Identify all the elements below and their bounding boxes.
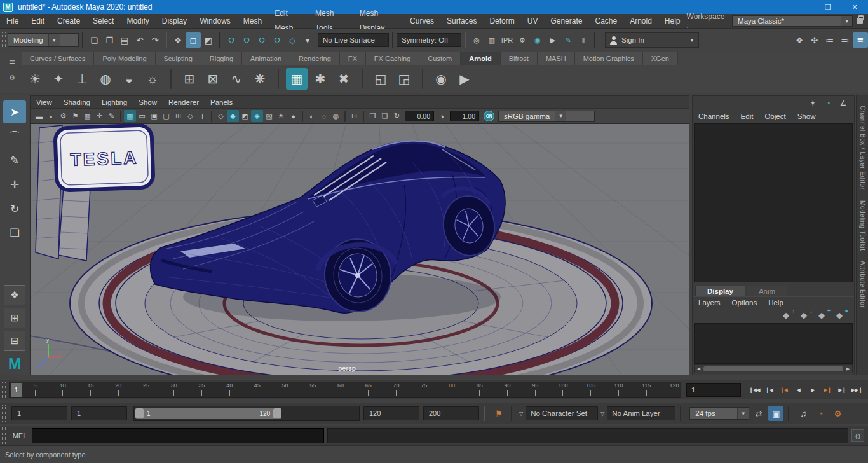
group-separator[interactable] [465,32,466,48]
menu-item[interactable]: Display [156,14,193,29]
animation-start-field[interactable]: 1 [11,406,67,420]
layer-move-down-icon[interactable]: ◆ ↓ [801,310,812,321]
horizontal-scrollbar[interactable]: ◀ ▶ [694,364,853,373]
character-set-field[interactable]: No Character Set [526,406,598,420]
shelf-tab[interactable]: Animation [242,52,290,65]
next-frame-button[interactable]: ▶❙ [820,383,834,397]
arnold-light-group-icon[interactable]: ◱ [370,68,391,90]
drag-handle[interactable] [2,405,6,422]
gamma-dropdown[interactable]: sRGB gamma ▼ [498,111,595,122]
resolution-gate-icon[interactable]: ▣ [148,110,160,122]
exposure-field[interactable]: 0.00 [405,111,434,121]
loop-playback-icon[interactable]: ⇄ [751,406,766,421]
open-scene-icon[interactable]: ❐ [102,32,117,48]
arnold-aov-icon[interactable]: ◲ [393,68,415,90]
redo-icon[interactable]: ↷ [147,32,163,48]
channel-box-toggle-icon[interactable]: ≔ [822,32,837,48]
drag-handle[interactable] [2,32,6,48]
group-separator[interactable] [594,32,595,48]
menu-item[interactable]: Help [658,14,687,29]
script-editor-icon[interactable]: {;} [851,429,864,442]
layer-tab[interactable]: Anim [747,286,787,296]
group-separator[interactable] [166,32,167,48]
minimize-button[interactable]: — [788,0,815,14]
save-scene-icon[interactable]: ▤ [117,32,132,48]
pan-zoom-icon[interactable]: ✛ [93,110,105,122]
panel-menu-item[interactable]: Shading [58,96,96,109]
shelf-tab[interactable]: Motion Graphics [575,52,643,65]
command-input[interactable] [32,428,324,443]
shelf-gear-icon[interactable]: ⚙ [6,73,18,83]
arnold-flipbook-icon[interactable]: ◉ [430,68,452,90]
channel-stats-icon[interactable]: ∗ [807,97,818,109]
maximize-button[interactable]: ❐ [815,0,841,14]
panel-menu-item[interactable]: Panels [205,96,238,109]
select-tool[interactable]: ➤ [3,100,26,123]
playback-start-field[interactable]: 1 [71,406,127,420]
film-gate-icon[interactable]: ▭ [136,110,148,122]
go-to-end-button[interactable]: ▶▶❙ [850,383,864,397]
live-surface-field[interactable]: No Live Surface [318,33,389,47]
anim-key-icon[interactable]: ◔ [822,97,834,109]
camera-attributes-icon[interactable]: ⚙ [57,110,69,122]
layout-two-pane-button[interactable]: ⊟ [4,331,25,351]
anim-layer-menu-arrow[interactable]: ▽ [600,411,604,417]
smooth-shade-icon[interactable]: ◆ [227,110,239,122]
scrollbar-thumb[interactable] [703,366,843,371]
sidebar-layers-toggle-icon[interactable]: ≣ [853,32,868,48]
range-bar[interactable]: 1 120 [135,408,281,419]
exposure-icon[interactable]: ↻ [391,110,403,122]
chevron-down-icon[interactable]: ▼ [737,408,749,419]
current-frame-field[interactable]: 1 [686,383,741,397]
current-frame-marker[interactable]: 1 [11,383,22,397]
arnold-mesh-light-icon[interactable]: ✦ [48,68,69,90]
menu-item[interactable]: File [0,14,25,29]
contrast-icon[interactable]: ◑ [436,110,448,122]
menu-item[interactable]: Modify [120,14,155,29]
ipr-render-icon[interactable]: IPR [499,32,515,48]
shadows-icon[interactable]: ● [287,110,299,122]
render-current-frame-icon[interactable]: ▥ [484,32,499,48]
time-ruler[interactable]: 1 5 10 15 20 [9,382,681,398]
layer-tab[interactable]: Display [695,286,745,296]
arnold-volume-icon[interactable]: ❋ [249,68,271,90]
group-separator[interactable] [219,32,220,48]
arnold-renderview-icon[interactable]: ◉ [530,32,545,48]
anim-layer-field[interactable]: No Anim Layer [607,406,675,420]
snap-curve-icon[interactable]: Ω [239,32,254,48]
isolate-select-icon[interactable]: ⊡ [348,110,360,122]
layer-menu-item[interactable]: Layers [693,297,726,309]
symmetry-field[interactable]: Symmetry: Off [397,33,461,47]
arnold-export-standin-icon[interactable]: ⊠ [202,68,224,90]
animation-preferences-icon[interactable]: ⚙ [830,406,845,421]
playback-end-field[interactable]: 120 [363,406,419,420]
workspace-lock-icon[interactable] [857,18,863,24]
wireframe-icon[interactable]: ◇ [215,110,227,122]
shelf-tab[interactable]: Poly Modeling [94,52,155,65]
panel-menu-item[interactable]: Lighting [96,96,133,109]
arnold-physical-sky-icon[interactable]: ☼ [142,68,163,90]
shelf-tab[interactable]: Curves / Surfaces [22,52,94,65]
viewport-camera-icon[interactable]: ▬ [33,110,45,122]
pause-viewport-icon[interactable]: ‖ [576,32,591,48]
new-scene-icon[interactable]: ❏ [86,32,102,48]
layer-new-from-selected-icon[interactable]: ◆ ● [836,310,848,321]
render-settings-icon[interactable]: ⚙ [515,32,530,48]
menu-item[interactable]: Create [51,14,86,29]
arnold-render-icon[interactable]: ▦ [286,68,308,90]
fps-dropdown[interactable]: 24 fps ▼ [689,407,749,420]
wireframe-on-shaded-icon[interactable]: ◈ [251,110,263,122]
menu-set-dropdown[interactable]: Modeling ▼ [8,33,79,47]
camera-lock-icon[interactable]: ▪ [45,110,57,122]
arnold-portal-light-icon[interactable]: ◒ [118,68,140,90]
snap-viewplane-icon[interactable]: Ω [269,32,285,48]
menu-item[interactable]: Mesh [237,14,268,29]
shelf-tab[interactable]: FX Caching [366,52,419,65]
shelf-tab[interactable]: Sculpting [156,52,201,65]
layer-new-empty-icon[interactable]: ◆ + [818,310,830,321]
character-set-menu-arrow[interactable]: ▽ [519,411,523,417]
checkered-icon[interactable]: ▨ [263,110,275,122]
select-hierarchy-icon[interactable]: ❖ [170,32,186,48]
shelf-tab[interactable]: MASH [538,52,575,65]
cached-playback-icon[interactable]: ◔ [813,406,828,421]
